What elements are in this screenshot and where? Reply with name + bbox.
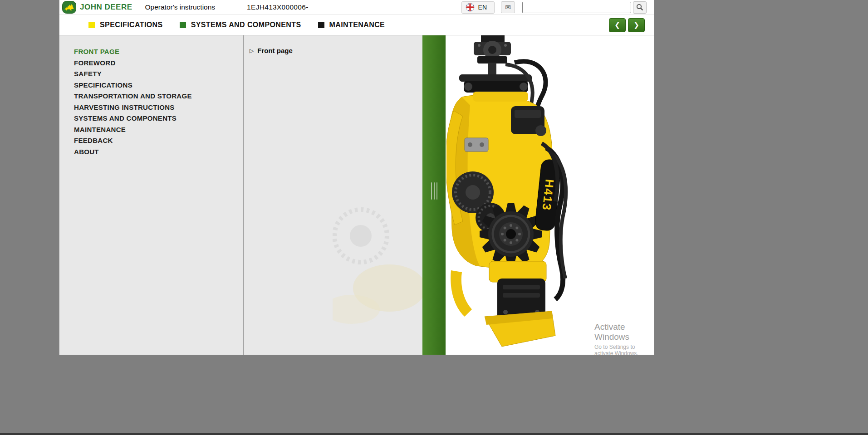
search-input[interactable]: [522, 2, 631, 13]
product-image-panel: H413 Activate Win: [446, 35, 654, 355]
chevron-right-icon: ❯: [633, 21, 639, 29]
sidebar-item-specifications[interactable]: SPECIFICATIONS: [74, 80, 243, 91]
next-page-button[interactable]: ❯: [628, 18, 645, 32]
rotator-assembly: [474, 35, 511, 74]
nav-item-maintenance[interactable]: MAINTENANCE: [318, 21, 385, 29]
taskbar-edge: [0, 433, 868, 435]
faded-machine-watermark: [333, 168, 422, 331]
nav-item-systems-and-components[interactable]: SYSTEMS AND COMPONENTS: [180, 21, 301, 29]
topic-panel: ▷ Front page: [244, 35, 422, 355]
sidebar-item-systems-and-components[interactable]: SYSTEMS AND COMPONENTS: [74, 113, 243, 124]
breadcrumb-label: Front page: [257, 47, 293, 54]
envelope-icon: ✉: [505, 3, 511, 11]
section-navbar: SPECIFICATIONS SYSTEMS AND COMPONENTS MA…: [59, 15, 654, 35]
breadcrumb[interactable]: ▷ Front page: [250, 47, 422, 54]
nav-label: SPECIFICATIONS: [100, 21, 163, 29]
sidebar-item-front-page[interactable]: FRONT PAGE: [74, 46, 243, 58]
triangle-right-icon: ▷: [250, 48, 254, 54]
chevron-left-icon: ❮: [614, 21, 620, 29]
nav-label: MAINTENANCE: [329, 21, 385, 29]
sidebar-item-maintenance[interactable]: MAINTENANCE: [74, 124, 243, 136]
sidebar-item-harvesting-instructions[interactable]: HARVESTING INSTRUCTIONS: [74, 102, 243, 113]
nav-item-specifications[interactable]: SPECIFICATIONS: [88, 21, 163, 29]
brand-wordmark: JOHN DEERE: [80, 3, 132, 12]
sidebar-item-transportation-and-storage[interactable]: TRANSPORTATION AND STORAGE: [74, 91, 243, 102]
contact-email-button[interactable]: ✉: [501, 1, 515, 13]
app-window: JOHN DEERE Operator's instructions 1EJH4…: [59, 0, 654, 355]
language-code: EN: [478, 4, 487, 11]
header-bar: JOHN DEERE Operator's instructions 1EJH4…: [59, 0, 654, 15]
search-button[interactable]: [633, 1, 647, 14]
sidebar-item-safety[interactable]: SAFETY: [74, 68, 243, 80]
language-selector[interactable]: EN: [461, 1, 495, 14]
page-arrows: ❮ ❯: [609, 18, 645, 32]
magnifier-icon: [636, 4, 643, 11]
green-square-icon: [180, 22, 186, 28]
document-title: Operator's instructions: [145, 3, 216, 11]
sidebar-item-foreword[interactable]: FOREWORD: [74, 58, 243, 69]
main-content: FRONT PAGE FOREWORD SAFETY SPECIFICATION…: [59, 35, 654, 355]
john-deere-logo: JOHN DEERE: [62, 1, 132, 14]
yellow-square-icon: [88, 22, 95, 28]
uk-flag-icon: [466, 3, 475, 12]
harvester-head-image: H413: [446, 35, 654, 354]
serial-number: 1EJH413X000006-: [247, 3, 309, 11]
sidebar-menu: FRONT PAGE FOREWORD SAFETY SPECIFICATION…: [59, 35, 244, 355]
black-square-icon: [318, 22, 324, 28]
sidebar-item-feedback[interactable]: FEEDBACK: [74, 135, 243, 147]
nav-label: SYSTEMS AND COMPONENTS: [191, 21, 301, 29]
previous-page-button[interactable]: ❮: [609, 18, 626, 32]
panel-splitter[interactable]: [422, 35, 446, 355]
sidebar-item-about[interactable]: ABOUT: [74, 147, 243, 158]
deere-logo-icon: [62, 1, 76, 14]
splitter-grip-icon: [431, 182, 437, 200]
